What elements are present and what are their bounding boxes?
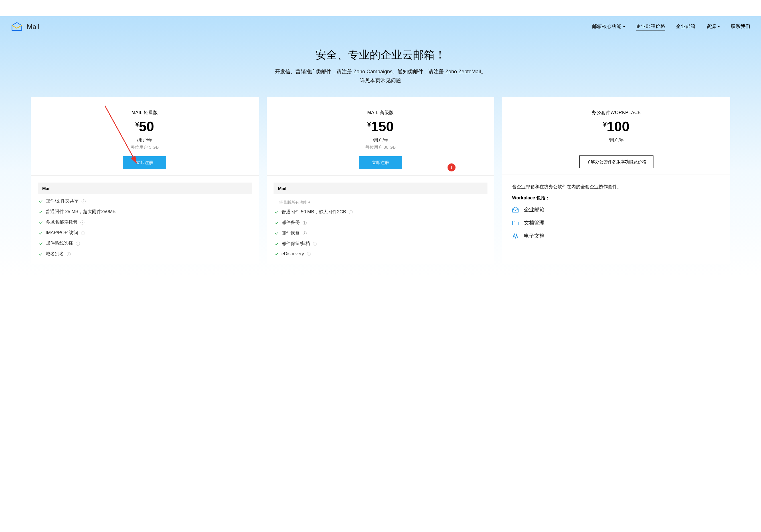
check-icon	[275, 221, 279, 225]
price-per: /用户/年	[508, 138, 724, 143]
chevron-down-icon	[623, 26, 625, 28]
info-icon[interactable]: i	[82, 200, 86, 204]
feature-item: 邮件保留/归档 i	[275, 241, 487, 247]
mail-logo-icon	[11, 22, 23, 32]
nav-contact[interactable]: 联系我们	[731, 23, 750, 31]
workplace-item-text: 企业邮箱	[524, 206, 545, 213]
learn-more-button[interactable]: 了解办公套件各版本功能及价格	[579, 155, 654, 168]
feature-text: 邮件恢复	[281, 230, 300, 236]
feature-section-title: Mail	[273, 183, 488, 194]
feature-text: 普通附件 50 MB，超大附件2GB	[281, 209, 346, 215]
nav-bar: Mail 邮箱核心功能 企业邮箱价格 企业邮箱 资源 联系我们	[0, 16, 761, 34]
folder-icon	[512, 220, 519, 226]
hero-section: Mail 邮箱核心功能 企业邮箱价格 企业邮箱 资源 联系我们 安全、专业的企业…	[0, 16, 761, 275]
workplace-list: 企业邮箱 文档管理 电子文档	[512, 206, 721, 239]
info-icon[interactable]: i	[81, 231, 85, 235]
nav-core-features[interactable]: 邮箱核心功能	[592, 23, 625, 31]
plan-price: ¥ 150	[367, 120, 394, 134]
feature-text: 邮件/文件夹共享	[46, 198, 79, 204]
currency: ¥	[367, 122, 371, 128]
feature-text: 邮件路线选择	[46, 240, 73, 247]
workplace-item-text: 电子文档	[524, 232, 545, 239]
feature-text: 域名别名	[46, 251, 64, 257]
plan-card-workplace: 办公套件WORKPLACE ¥ 100 /用户/年 了解办公套件各版本功能及价格…	[502, 97, 730, 264]
feature-note: 轻量版所有功能 +	[273, 198, 488, 209]
price-per: /用户/年	[37, 138, 253, 143]
storage: 每位用户 5 GB	[37, 145, 253, 150]
signup-button[interactable]: 立即注册	[123, 156, 166, 169]
info-icon[interactable]: i	[76, 242, 80, 246]
plan-card-premium: 1 MAIL 高级版 ¥ 150 /用户/年 每位用户 30 GB 立即注册 M…	[267, 97, 495, 264]
nav-resources[interactable]: 资源	[706, 23, 720, 31]
annotation-badge: 1	[447, 163, 455, 171]
info-icon[interactable]: i	[349, 210, 353, 214]
signup-button[interactable]: 立即注册	[359, 156, 402, 169]
feature-item: IMAP/POP 访问 i	[39, 230, 251, 236]
check-icon	[275, 231, 279, 235]
info-icon[interactable]: i	[81, 220, 85, 224]
check-icon	[39, 231, 43, 235]
info-icon[interactable]: i	[307, 252, 311, 256]
check-icon	[275, 252, 279, 256]
info-icon[interactable]: i	[67, 252, 71, 256]
check-icon	[39, 200, 43, 204]
feature-text: eDiscovery	[281, 251, 304, 257]
plan-name: MAIL 轻量版	[37, 110, 253, 116]
feature-list: 邮件/文件夹共享 i 普通附件 25 MB，超大附件250MB 多域名邮箱托管 …	[38, 198, 252, 257]
document-icon	[512, 233, 519, 239]
nav-links: 邮箱核心功能 企业邮箱价格 企业邮箱 资源 联系我们	[592, 23, 750, 31]
feature-item: 普通附件 50 MB，超大附件2GB i	[275, 209, 487, 215]
info-icon[interactable]: i	[313, 242, 317, 246]
pricing-cards: MAIL 轻量版 ¥ 50 /用户/年 每位用户 5 GB 立即注册 Mail …	[0, 97, 761, 264]
nav-label: 企业邮箱	[676, 23, 695, 30]
plan-name: MAIL 高级版	[273, 110, 488, 116]
workplace-item-docs[interactable]: 文档管理	[512, 219, 721, 226]
workplace-item-edocs[interactable]: 电子文档	[512, 232, 721, 239]
feature-text: IMAP/POP 访问	[46, 230, 78, 236]
amount: 150	[371, 120, 394, 134]
plan-card-lite: MAIL 轻量版 ¥ 50 /用户/年 每位用户 5 GB 立即注册 Mail …	[31, 97, 259, 264]
amount: 100	[607, 120, 629, 134]
nav-label: 邮箱核心功能	[592, 23, 621, 30]
subtitle-line-1: 开发信、营销推广类邮件，请注册 Zoho Campaigns。通知类邮件，请注册…	[0, 67, 761, 76]
nav-label: 联系我们	[731, 23, 750, 30]
feature-text: 邮件保留/归档	[281, 241, 310, 247]
feature-item: eDiscovery i	[275, 251, 487, 257]
info-icon[interactable]: i	[303, 231, 307, 235]
brand-name: Mail	[27, 23, 39, 31]
mail-icon	[512, 207, 519, 213]
workplace-desc: 含企业邮箱和在线办公软件在内的全套企业协作套件。	[512, 183, 721, 191]
feature-list: 普通附件 50 MB，超大附件2GB i 邮件备份 i 邮件恢复 i	[273, 209, 488, 257]
feature-section-title: Mail	[38, 183, 252, 194]
check-icon	[39, 220, 43, 224]
nav-label: 资源	[706, 23, 716, 30]
plan-name: 办公套件WORKPLACE	[508, 110, 724, 116]
feature-item: 邮件恢复 i	[275, 230, 487, 236]
currency: ¥	[603, 122, 607, 128]
feature-text: 邮件备份	[281, 220, 300, 226]
plan-price: ¥ 100	[603, 120, 629, 134]
workplace-includes-label: Workplace 包括：	[512, 195, 721, 201]
feature-item: 邮件/文件夹共享 i	[39, 198, 251, 204]
info-icon[interactable]: i	[303, 221, 307, 225]
feature-text: 普通附件 25 MB，超大附件250MB	[46, 209, 116, 215]
amount: 50	[139, 120, 154, 134]
storage: 每位用户 30 GB	[273, 145, 488, 150]
nav-pricing[interactable]: 企业邮箱价格	[636, 23, 665, 31]
nav-enterprise-mail[interactable]: 企业邮箱	[676, 23, 695, 31]
check-icon	[39, 210, 43, 214]
feature-item: 多域名邮箱托管 i	[39, 219, 251, 225]
feature-item: 邮件备份 i	[275, 220, 487, 226]
check-icon	[275, 210, 279, 214]
check-icon	[39, 242, 43, 246]
check-icon	[275, 242, 279, 246]
page-title: 安全、专业的企业云邮箱！	[0, 48, 761, 62]
chevron-down-icon	[718, 26, 720, 28]
workplace-item-text: 文档管理	[524, 219, 545, 226]
feature-text: 多域名邮箱托管	[46, 219, 78, 225]
workplace-item-mail[interactable]: 企业邮箱	[512, 206, 721, 213]
feature-item: 普通附件 25 MB，超大附件250MB	[39, 209, 251, 215]
check-icon	[39, 252, 43, 256]
nav-label: 企业邮箱价格	[636, 23, 665, 30]
price-per: /用户/年	[273, 138, 488, 143]
